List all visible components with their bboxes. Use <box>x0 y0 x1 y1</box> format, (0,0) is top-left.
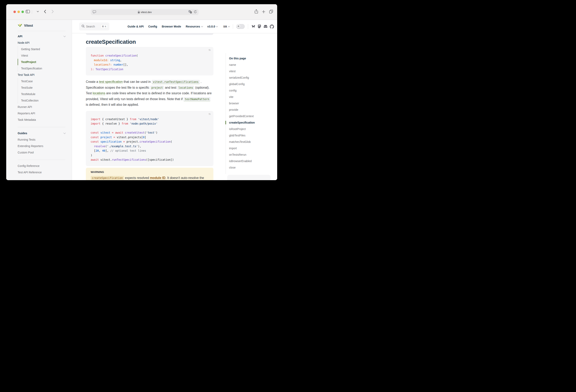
sidebar-item-test-api-reference[interactable]: Test API Reference <box>18 169 65 176</box>
toc-item-matchestestglob[interactable]: matchesTestGlob <box>229 139 276 145</box>
sidebar-item-testproject[interactable]: TestProject <box>18 59 65 65</box>
link-vitest-runtestspecifications[interactable]: vitest.runTestSpecifications <box>152 80 200 84</box>
new-tab-icon[interactable] <box>262 10 265 13</box>
code-line: await vitest.runTestSpecifications([spec… <box>91 157 209 162</box>
sidebar-item-testcollection[interactable]: TestCollection <box>18 97 65 104</box>
bluesky-icon[interactable] <box>251 25 256 29</box>
lock-icon <box>138 11 140 13</box>
inline-code: project <box>150 86 164 90</box>
sidebar-toggle-icon[interactable] <box>26 10 30 13</box>
sidebar-item-runner-api[interactable]: Runner API <box>18 104 65 110</box>
theme-toggle[interactable] <box>236 24 245 29</box>
sidebar-divider <box>18 160 65 160</box>
code-text[interactable]: import { createVitest } from 'vitest/nod… <box>91 117 209 162</box>
forward-icon[interactable] <box>52 10 54 13</box>
link-locations[interactable]: locations <box>93 91 105 95</box>
vitest-logo-icon <box>18 23 22 28</box>
chevron-down-icon[interactable] <box>37 11 39 12</box>
text-run: expects resolved <box>124 176 150 180</box>
browser-toolbar: vitest.dev A x̄ <box>6 4 277 20</box>
toc-item-getprovidedcontext[interactable]: getProvidedContext <box>229 113 276 119</box>
toc-item-ontestsrerun[interactable]: onTestsRerun <box>229 151 276 158</box>
sidebar-item-getting-started[interactable]: Getting Started <box>18 46 65 52</box>
discord-icon[interactable] <box>263 25 268 28</box>
code-text[interactable]: function createSpecification( moduleId: … <box>91 53 209 71</box>
sidebar-item-guides[interactable]: Guides <box>18 130 65 136</box>
nav-item-browser-mode[interactable]: Browser Mode <box>162 25 181 28</box>
sidebar-item-extending-reporters[interactable]: Extending Reporters <box>18 143 65 149</box>
nav-item-resources[interactable]: Resources <box>186 25 203 28</box>
chevron-down-icon <box>228 25 230 27</box>
sidebar-item-testspecification[interactable]: TestSpecification <box>18 65 65 72</box>
toc-item-provide[interactable]: provide <box>229 107 276 113</box>
toc-item-globtestfiles[interactable]: globTestFiles <box>229 132 276 139</box>
language-menu[interactable]: x̄A <box>223 25 230 28</box>
toc-item-close[interactable]: close <box>229 164 276 171</box>
toc-item-import[interactable]: import <box>229 145 276 151</box>
toc-item-serializedconfig[interactable]: serializedConfig <box>229 74 276 81</box>
sponsor-card[interactable]: </> <box>227 175 271 180</box>
logo-text: Vitest <box>24 24 33 28</box>
sidebar-item-testmodule[interactable]: TestModule <box>18 91 65 97</box>
zoom-window-button[interactable] <box>22 11 24 13</box>
sidebar-item-custom-pool[interactable]: Custom Pool <box>18 149 65 156</box>
toc-item-globalconfig[interactable]: globalConfig <box>229 81 276 87</box>
doc-area: createSpecification ts function createSp… <box>72 33 277 180</box>
social-links <box>251 25 274 29</box>
reload-icon[interactable] <box>194 10 197 13</box>
sidebar-item-api[interactable]: API <box>18 33 65 39</box>
toc-item-vitest[interactable]: vitest <box>229 68 276 74</box>
share-icon[interactable] <box>255 9 258 14</box>
sun-icon <box>237 25 240 28</box>
sidebar-item-vitest[interactable]: Vitest <box>18 52 65 59</box>
sidebar-item-reporters-api[interactable]: Reporters API <box>18 110 65 117</box>
link-test-specification[interactable]: test specification <box>99 80 123 84</box>
logo[interactable]: Vitest <box>18 23 65 28</box>
toc: On this page namevitestserializedConfigg… <box>226 53 276 174</box>
toc-title: On this page <box>229 56 276 61</box>
github-icon[interactable] <box>270 25 274 29</box>
mastodon-icon[interactable] <box>258 25 261 29</box>
text-run: and test <box>164 86 177 89</box>
close-window-button[interactable] <box>13 11 16 13</box>
link-testnamepattern[interactable]: testNamePattern <box>183 97 210 101</box>
nav-menu: Guide & APIConfigBrowser ModeResourcesv3… <box>128 25 218 28</box>
toc-item-config[interactable]: config <box>229 87 276 94</box>
warning-callout: WARNING createSpecification expects reso… <box>86 168 213 180</box>
text-run: is defined, then it will also be applied… <box>86 103 139 106</box>
text-run: Create a <box>86 80 99 84</box>
nav-item-v3-0-0[interactable]: v3.0.0 <box>207 25 218 28</box>
reader-icon[interactable] <box>93 10 96 13</box>
search-input[interactable]: Search ⌘ K <box>79 23 109 30</box>
toc-item-vite[interactable]: vite <box>229 94 276 100</box>
code-lang-badge: ts <box>209 49 211 51</box>
sidebar-item-node-api: Node API <box>18 39 65 46</box>
sidebar-item-testsuite[interactable]: TestSuite <box>18 85 65 91</box>
search-shortcut: ⌘ K <box>100 25 108 29</box>
doc-content: createSpecification ts function createSp… <box>86 33 213 180</box>
desktop: vitest.dev A x̄ <box>0 0 288 196</box>
translate-icon[interactable]: A x̄ <box>189 10 192 13</box>
nav-item-guide-api[interactable]: Guide & API <box>128 25 144 28</box>
address-bar[interactable]: vitest.dev A x̄ <box>91 9 199 15</box>
toc-item-browser[interactable]: browser <box>229 100 276 107</box>
back-icon[interactable] <box>44 10 46 13</box>
on-this-page: On this page namevitestserializedConfigg… <box>226 53 276 174</box>
sidebar-item-running-tests[interactable]: Running Tests <box>18 136 65 143</box>
minimize-window-button[interactable] <box>17 11 20 13</box>
sidebar-nav: APINode APIGetting StartedVitestTestProj… <box>18 33 65 176</box>
toc-item-name[interactable]: name <box>229 61 276 68</box>
toc-item-isrootproject[interactable]: isRootProject <box>229 126 276 132</box>
previous-code-block-tail <box>86 33 213 35</box>
sidebar-item-config-reference[interactable]: Config Reference <box>18 163 65 169</box>
toc-item-createspecification[interactable]: createSpecification <box>229 119 276 126</box>
code-line: function createSpecification( <box>91 53 209 58</box>
doc-paragraph: Create a test specification that can be … <box>86 79 213 108</box>
sidebar-item-task-metadata[interactable]: Task Metadata <box>18 117 65 123</box>
tabs-icon[interactable] <box>269 10 273 14</box>
link-module-id[interactable]: module ID <box>150 176 165 180</box>
toc-item-isbrowserenabled[interactable]: isBrowserEnabled <box>229 158 276 164</box>
sidebar-item-testcase[interactable]: TestCase <box>18 78 65 85</box>
nav-item-config[interactable]: Config <box>148 25 157 28</box>
top-navbar: Search ⌘ K Guide & APIConfigBrowser Mode… <box>72 20 277 33</box>
